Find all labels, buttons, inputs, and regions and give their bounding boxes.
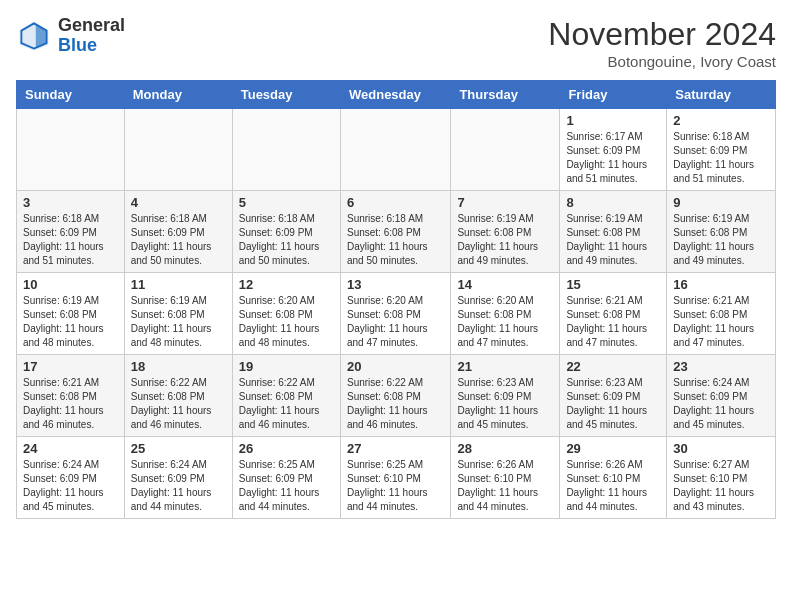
calendar-cell: 28Sunrise: 6:26 AM Sunset: 6:10 PM Dayli… (451, 437, 560, 519)
day-number: 10 (23, 277, 118, 292)
day-detail: Sunrise: 6:20 AM Sunset: 6:08 PM Dayligh… (239, 294, 334, 350)
day-number: 8 (566, 195, 660, 210)
day-detail: Sunrise: 6:20 AM Sunset: 6:08 PM Dayligh… (347, 294, 444, 350)
day-detail: Sunrise: 6:18 AM Sunset: 6:09 PM Dayligh… (23, 212, 118, 268)
calendar-cell (232, 109, 340, 191)
day-detail: Sunrise: 6:19 AM Sunset: 6:08 PM Dayligh… (457, 212, 553, 268)
calendar-body: 1Sunrise: 6:17 AM Sunset: 6:09 PM Daylig… (17, 109, 776, 519)
calendar-week-4: 17Sunrise: 6:21 AM Sunset: 6:08 PM Dayli… (17, 355, 776, 437)
day-detail: Sunrise: 6:18 AM Sunset: 6:09 PM Dayligh… (673, 130, 769, 186)
calendar-cell: 29Sunrise: 6:26 AM Sunset: 6:10 PM Dayli… (560, 437, 667, 519)
calendar-cell: 3Sunrise: 6:18 AM Sunset: 6:09 PM Daylig… (17, 191, 125, 273)
calendar-cell: 27Sunrise: 6:25 AM Sunset: 6:10 PM Dayli… (340, 437, 450, 519)
day-number: 22 (566, 359, 660, 374)
location-subtitle: Botongouine, Ivory Coast (548, 53, 776, 70)
calendar-cell: 21Sunrise: 6:23 AM Sunset: 6:09 PM Dayli… (451, 355, 560, 437)
calendar-cell: 5Sunrise: 6:18 AM Sunset: 6:09 PM Daylig… (232, 191, 340, 273)
day-detail: Sunrise: 6:22 AM Sunset: 6:08 PM Dayligh… (131, 376, 226, 432)
calendar-cell: 22Sunrise: 6:23 AM Sunset: 6:09 PM Dayli… (560, 355, 667, 437)
day-number: 23 (673, 359, 769, 374)
day-detail: Sunrise: 6:26 AM Sunset: 6:10 PM Dayligh… (566, 458, 660, 514)
calendar-cell (340, 109, 450, 191)
calendar-table: SundayMondayTuesdayWednesdayThursdayFrid… (16, 80, 776, 519)
calendar-cell: 11Sunrise: 6:19 AM Sunset: 6:08 PM Dayli… (124, 273, 232, 355)
weekday-wednesday: Wednesday (340, 81, 450, 109)
calendar-week-1: 1Sunrise: 6:17 AM Sunset: 6:09 PM Daylig… (17, 109, 776, 191)
day-detail: Sunrise: 6:25 AM Sunset: 6:10 PM Dayligh… (347, 458, 444, 514)
calendar-cell: 17Sunrise: 6:21 AM Sunset: 6:08 PM Dayli… (17, 355, 125, 437)
calendar-cell: 30Sunrise: 6:27 AM Sunset: 6:10 PM Dayli… (667, 437, 776, 519)
weekday-header-row: SundayMondayTuesdayWednesdayThursdayFrid… (17, 81, 776, 109)
calendar-cell: 18Sunrise: 6:22 AM Sunset: 6:08 PM Dayli… (124, 355, 232, 437)
day-number: 21 (457, 359, 553, 374)
calendar-week-2: 3Sunrise: 6:18 AM Sunset: 6:09 PM Daylig… (17, 191, 776, 273)
day-number: 24 (23, 441, 118, 456)
title-area: November 2024 Botongouine, Ivory Coast (548, 16, 776, 70)
day-detail: Sunrise: 6:18 AM Sunset: 6:08 PM Dayligh… (347, 212, 444, 268)
day-number: 14 (457, 277, 553, 292)
calendar-cell: 12Sunrise: 6:20 AM Sunset: 6:08 PM Dayli… (232, 273, 340, 355)
day-number: 28 (457, 441, 553, 456)
logo: General Blue (16, 16, 125, 56)
calendar-cell: 20Sunrise: 6:22 AM Sunset: 6:08 PM Dayli… (340, 355, 450, 437)
day-number: 20 (347, 359, 444, 374)
day-detail: Sunrise: 6:27 AM Sunset: 6:10 PM Dayligh… (673, 458, 769, 514)
day-detail: Sunrise: 6:22 AM Sunset: 6:08 PM Dayligh… (347, 376, 444, 432)
page-header: General Blue November 2024 Botongouine, … (16, 16, 776, 70)
day-detail: Sunrise: 6:24 AM Sunset: 6:09 PM Dayligh… (131, 458, 226, 514)
day-number: 2 (673, 113, 769, 128)
calendar-cell: 10Sunrise: 6:19 AM Sunset: 6:08 PM Dayli… (17, 273, 125, 355)
day-detail: Sunrise: 6:21 AM Sunset: 6:08 PM Dayligh… (566, 294, 660, 350)
calendar-cell: 9Sunrise: 6:19 AM Sunset: 6:08 PM Daylig… (667, 191, 776, 273)
day-number: 30 (673, 441, 769, 456)
day-number: 7 (457, 195, 553, 210)
day-number: 9 (673, 195, 769, 210)
day-detail: Sunrise: 6:17 AM Sunset: 6:09 PM Dayligh… (566, 130, 660, 186)
day-number: 29 (566, 441, 660, 456)
day-detail: Sunrise: 6:20 AM Sunset: 6:08 PM Dayligh… (457, 294, 553, 350)
calendar-cell: 26Sunrise: 6:25 AM Sunset: 6:09 PM Dayli… (232, 437, 340, 519)
day-number: 16 (673, 277, 769, 292)
calendar-week-3: 10Sunrise: 6:19 AM Sunset: 6:08 PM Dayli… (17, 273, 776, 355)
day-number: 11 (131, 277, 226, 292)
day-number: 17 (23, 359, 118, 374)
day-detail: Sunrise: 6:24 AM Sunset: 6:09 PM Dayligh… (23, 458, 118, 514)
calendar-cell: 13Sunrise: 6:20 AM Sunset: 6:08 PM Dayli… (340, 273, 450, 355)
calendar-cell: 15Sunrise: 6:21 AM Sunset: 6:08 PM Dayli… (560, 273, 667, 355)
calendar-week-5: 24Sunrise: 6:24 AM Sunset: 6:09 PM Dayli… (17, 437, 776, 519)
calendar-cell: 1Sunrise: 6:17 AM Sunset: 6:09 PM Daylig… (560, 109, 667, 191)
day-number: 13 (347, 277, 444, 292)
calendar-cell: 8Sunrise: 6:19 AM Sunset: 6:08 PM Daylig… (560, 191, 667, 273)
logo-text: General Blue (58, 16, 125, 56)
day-detail: Sunrise: 6:25 AM Sunset: 6:09 PM Dayligh… (239, 458, 334, 514)
day-detail: Sunrise: 6:19 AM Sunset: 6:08 PM Dayligh… (131, 294, 226, 350)
day-detail: Sunrise: 6:19 AM Sunset: 6:08 PM Dayligh… (566, 212, 660, 268)
day-number: 26 (239, 441, 334, 456)
logo-icon (16, 18, 52, 54)
day-number: 6 (347, 195, 444, 210)
day-detail: Sunrise: 6:22 AM Sunset: 6:08 PM Dayligh… (239, 376, 334, 432)
day-detail: Sunrise: 6:23 AM Sunset: 6:09 PM Dayligh… (566, 376, 660, 432)
calendar-cell (17, 109, 125, 191)
day-detail: Sunrise: 6:26 AM Sunset: 6:10 PM Dayligh… (457, 458, 553, 514)
calendar-cell: 25Sunrise: 6:24 AM Sunset: 6:09 PM Dayli… (124, 437, 232, 519)
calendar-cell: 6Sunrise: 6:18 AM Sunset: 6:08 PM Daylig… (340, 191, 450, 273)
calendar-cell: 2Sunrise: 6:18 AM Sunset: 6:09 PM Daylig… (667, 109, 776, 191)
day-number: 19 (239, 359, 334, 374)
day-detail: Sunrise: 6:24 AM Sunset: 6:09 PM Dayligh… (673, 376, 769, 432)
day-number: 4 (131, 195, 226, 210)
weekday-saturday: Saturday (667, 81, 776, 109)
calendar-cell: 14Sunrise: 6:20 AM Sunset: 6:08 PM Dayli… (451, 273, 560, 355)
calendar-cell: 19Sunrise: 6:22 AM Sunset: 6:08 PM Dayli… (232, 355, 340, 437)
day-number: 1 (566, 113, 660, 128)
calendar-cell (451, 109, 560, 191)
day-number: 18 (131, 359, 226, 374)
calendar-cell: 24Sunrise: 6:24 AM Sunset: 6:09 PM Dayli… (17, 437, 125, 519)
calendar-cell: 16Sunrise: 6:21 AM Sunset: 6:08 PM Dayli… (667, 273, 776, 355)
calendar-cell: 23Sunrise: 6:24 AM Sunset: 6:09 PM Dayli… (667, 355, 776, 437)
day-detail: Sunrise: 6:21 AM Sunset: 6:08 PM Dayligh… (673, 294, 769, 350)
day-detail: Sunrise: 6:18 AM Sunset: 6:09 PM Dayligh… (131, 212, 226, 268)
calendar-cell: 4Sunrise: 6:18 AM Sunset: 6:09 PM Daylig… (124, 191, 232, 273)
day-detail: Sunrise: 6:21 AM Sunset: 6:08 PM Dayligh… (23, 376, 118, 432)
day-number: 15 (566, 277, 660, 292)
